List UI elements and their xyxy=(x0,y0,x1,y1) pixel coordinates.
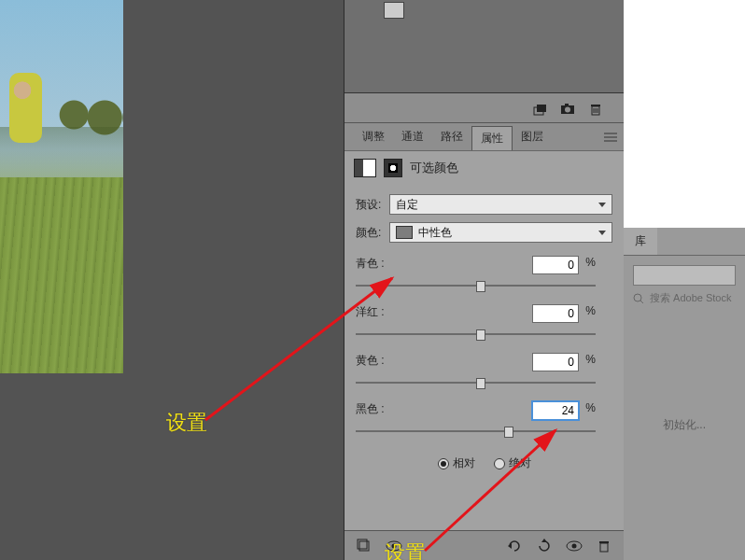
svg-point-3 xyxy=(565,106,570,112)
cyan-unit: % xyxy=(585,256,596,269)
svg-point-16 xyxy=(392,543,397,548)
adjustment-title: 可选颜色 xyxy=(410,160,458,176)
tab-layers[interactable]: 图层 xyxy=(513,123,552,150)
panel-toolbar xyxy=(344,93,624,123)
black-unit: % xyxy=(585,401,596,414)
magenta-unit: % xyxy=(585,304,596,317)
svg-point-20 xyxy=(572,543,577,548)
layer-thumbnail[interactable] xyxy=(384,2,404,19)
svg-rect-22 xyxy=(599,541,609,543)
svg-line-24 xyxy=(640,301,643,303)
adjustment-type-icon[interactable] xyxy=(354,159,376,177)
yellow-label: 黄色 : xyxy=(356,353,412,369)
magenta-slider[interactable] xyxy=(356,328,596,341)
yellow-slider[interactable] xyxy=(356,376,596,389)
canvas-area xyxy=(0,0,308,560)
libraries-panel: 库 搜索 Adobe Stock 初始化... xyxy=(624,228,745,560)
properties-panel-stack: 调整 通道 路径 属性 图层 可选颜色 预设: 自定 颜色: 中性色 xyxy=(344,0,624,560)
clip-to-layer-icon[interactable] xyxy=(354,538,374,554)
document-preview[interactable] xyxy=(0,0,123,373)
magenta-input[interactable] xyxy=(532,304,579,323)
right-doc-whitespace xyxy=(624,0,745,228)
absolute-label: 绝对 xyxy=(509,456,531,469)
previous-state-icon[interactable] xyxy=(504,538,525,554)
color-dropdown[interactable]: 中性色 xyxy=(389,222,612,243)
tab-channels[interactable]: 通道 xyxy=(393,123,432,150)
relative-label: 相对 xyxy=(453,456,475,469)
black-slider[interactable] xyxy=(356,425,596,438)
library-init-text: 初始化... xyxy=(633,417,736,433)
properties-body: 预设: 自定 颜色: 中性色 青色 : % 洋红 : xyxy=(344,185,624,560)
panel-menu-icon[interactable] xyxy=(597,123,624,150)
visibility-icon[interactable] xyxy=(384,538,404,554)
tab-paths[interactable]: 路径 xyxy=(432,123,471,150)
library-selector-dropdown[interactable] xyxy=(633,265,736,286)
footer-trash-icon[interactable] xyxy=(594,538,614,554)
search-icon xyxy=(633,293,644,304)
preset-label: 预设: xyxy=(356,197,389,213)
footer-visibility-icon[interactable] xyxy=(564,538,584,554)
color-label: 颜色: xyxy=(356,225,389,241)
adjustment-header: 可选颜色 xyxy=(344,151,624,185)
yellow-input[interactable] xyxy=(532,353,579,371)
tab-library[interactable]: 库 xyxy=(624,228,657,255)
panel-tabs: 调整 通道 路径 属性 图层 xyxy=(344,123,624,151)
preset-value: 自定 xyxy=(396,197,418,213)
svg-marker-18 xyxy=(541,539,547,542)
tab-adjustments[interactable]: 调整 xyxy=(354,123,393,150)
svg-point-23 xyxy=(634,294,641,301)
svg-rect-6 xyxy=(591,105,600,106)
relative-radio[interactable]: 相对 xyxy=(438,455,475,471)
mask-icon[interactable] xyxy=(384,159,402,177)
method-radio-group: 相对 绝对 xyxy=(356,455,612,471)
magenta-label: 洋红 : xyxy=(356,304,412,320)
tab-properties[interactable]: 属性 xyxy=(471,126,513,150)
cyan-label: 青色 : xyxy=(356,256,412,272)
cyan-input[interactable] xyxy=(532,256,579,274)
upper-panel-area xyxy=(344,0,624,93)
new-adjustment-icon[interactable] xyxy=(532,102,547,115)
trash-icon[interactable] xyxy=(588,102,603,115)
cyan-slider[interactable] xyxy=(356,279,596,292)
svg-rect-4 xyxy=(565,104,569,106)
stock-search-placeholder: 搜索 Adobe Stock xyxy=(650,291,731,305)
black-label: 黑色 : xyxy=(356,401,412,417)
properties-footer xyxy=(344,530,624,560)
preset-dropdown[interactable]: 自定 xyxy=(389,194,612,215)
reset-icon[interactable] xyxy=(534,538,555,554)
absolute-radio[interactable]: 绝对 xyxy=(494,455,531,471)
svg-rect-21 xyxy=(600,543,608,552)
black-input[interactable] xyxy=(532,401,579,420)
stock-search-row[interactable]: 搜索 Adobe Stock xyxy=(633,291,736,305)
svg-rect-1 xyxy=(537,105,546,112)
yellow-unit: % xyxy=(585,353,596,366)
color-swatch xyxy=(396,226,413,239)
color-value: 中性色 xyxy=(418,225,452,241)
camera-icon[interactable] xyxy=(560,102,575,115)
right-panel-area: 库 搜索 Adobe Stock 初始化... xyxy=(624,0,745,560)
